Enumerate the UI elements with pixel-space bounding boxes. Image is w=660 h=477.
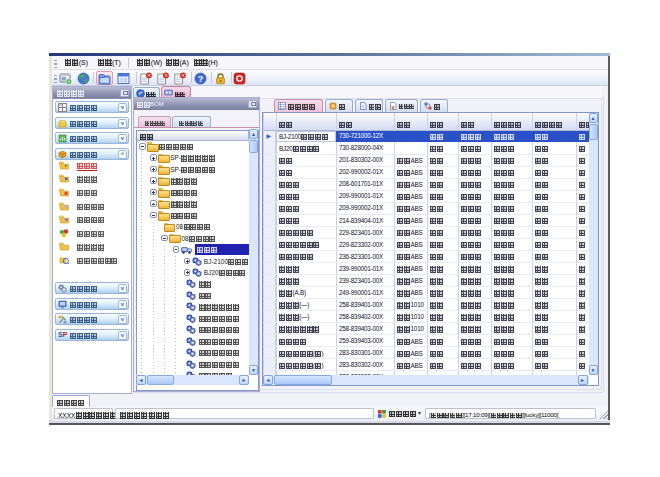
svg-text:?: ? bbox=[198, 73, 204, 83]
